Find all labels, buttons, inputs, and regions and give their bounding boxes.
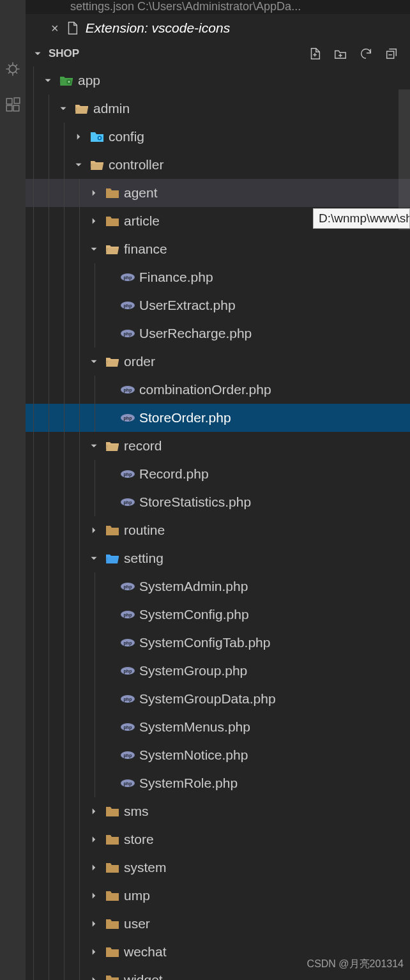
tree-file-storeorder-php[interactable]: phpStoreOrder.php [26, 404, 410, 432]
svg-text:php: php [124, 669, 132, 674]
tree-folder-admin[interactable]: admin [26, 95, 410, 123]
tree-folder-system[interactable]: system [26, 854, 410, 882]
tree-item-label: SystemNotice.php [139, 747, 248, 763]
tree-folder-config[interactable]: config [26, 123, 410, 151]
svg-text:php: php [124, 725, 132, 730]
twistie-spacer [102, 748, 116, 762]
tree-file-finance-php[interactable]: phpFinance.php [26, 263, 410, 291]
folder-icon [89, 129, 105, 144]
tree-file-combinationorder-php[interactable]: phpcombinationOrder.php [26, 376, 410, 404]
tree-folder-user[interactable]: user [26, 910, 410, 938]
refresh-icon[interactable] [359, 47, 373, 61]
collapse-all-icon[interactable] [384, 47, 399, 61]
chevron-right-icon[interactable] [87, 889, 101, 903]
new-folder-icon[interactable] [333, 47, 347, 61]
chevron-right-icon[interactable] [87, 804, 101, 818]
chevron-right-icon[interactable] [87, 523, 101, 537]
svg-text:php: php [124, 303, 132, 309]
folder-icon [105, 832, 120, 847]
chevron-right-icon[interactable] [87, 945, 101, 959]
folder-open-icon [105, 438, 120, 454]
tree-folder-record[interactable]: record [26, 432, 410, 460]
section-header[interactable]: SHOP [26, 42, 410, 65]
tree-folder-routine[interactable]: routine [26, 516, 410, 544]
tree-file-systemgroup-php[interactable]: phpSystemGroup.php [26, 657, 410, 685]
chevron-right-icon[interactable] [87, 832, 101, 846]
watermark: CSDN @月亮201314 [307, 958, 404, 971]
tree-file-systemgroupdata-php[interactable]: phpSystemGroupData.php [26, 685, 410, 713]
php-file-icon: php [120, 663, 135, 678]
tree-file-systemmenus-php[interactable]: phpSystemMenus.php [26, 713, 410, 741]
svg-text:php: php [124, 641, 132, 646]
tree-item-label: SystemAdmin.php [139, 579, 248, 594]
twistie-spacer [102, 411, 116, 425]
tree-folder-agent[interactable]: agent [26, 179, 410, 207]
close-tab-icon[interactable]: × [51, 21, 59, 36]
tree-item-label: order [124, 354, 155, 369]
tree-item-label: Finance.php [139, 270, 213, 285]
tree-folder-store[interactable]: store [26, 825, 410, 854]
tree-file-userextract-php[interactable]: phpUserExtract.php [26, 291, 410, 319]
svg-text:php: php [124, 332, 132, 337]
chevron-down-icon[interactable] [87, 439, 101, 453]
twistie-spacer [102, 636, 116, 650]
tree-file-systemrole-php[interactable]: phpSystemRole.php [26, 769, 410, 797]
chevron-right-icon[interactable] [87, 973, 101, 980]
tree-item-label: StoreOrder.php [139, 410, 231, 425]
svg-text:php: php [124, 697, 132, 702]
tree-item-label: wechat [124, 944, 167, 960]
chevron-right-icon[interactable] [87, 917, 101, 931]
twistie-spacer [102, 664, 116, 678]
activity-extensions-icon[interactable] [0, 87, 26, 123]
tree-folder-finance[interactable]: finance [26, 235, 410, 263]
tree-file-record-php[interactable]: phpRecord.php [26, 460, 410, 488]
folder-icon [105, 916, 120, 931]
tree-item-label: store [124, 832, 154, 847]
chevron-right-icon[interactable] [87, 186, 101, 200]
chevron-right-icon[interactable] [87, 861, 101, 875]
folder-open-icon [105, 241, 120, 257]
tree-item-label: system [124, 860, 167, 875]
svg-text:php: php [124, 613, 132, 618]
php-file-icon: php [120, 635, 135, 650]
tree-folder-controller[interactable]: controller [26, 151, 410, 179]
chevron-down-icon[interactable] [87, 242, 101, 256]
twistie-spacer [102, 579, 116, 593]
chevron-down-icon[interactable] [56, 102, 70, 116]
twistie-spacer [102, 495, 116, 509]
tree-folder-setting[interactable]: setting [26, 544, 410, 572]
tree-file-systemnotice-php[interactable]: phpSystemNotice.php [26, 741, 410, 769]
tree-file-userrecharge-php[interactable]: phpUserRecharge.php [26, 319, 410, 348]
new-file-icon[interactable] [308, 47, 322, 61]
tree-item-label: SystemMenus.php [139, 719, 250, 735]
folder-open-icon [89, 157, 105, 172]
tree-file-systemadmin-php[interactable]: phpSystemAdmin.php [26, 572, 410, 601]
chevron-right-icon[interactable] [87, 214, 101, 228]
chevron-down-icon[interactable] [72, 158, 86, 172]
php-file-icon: php [120, 466, 135, 482]
php-file-icon: php [120, 719, 135, 735]
tree-folder-sms[interactable]: sms [26, 797, 410, 825]
tree-item-label: ump [124, 888, 150, 903]
folder-icon [105, 804, 120, 819]
tree-item-label: SystemRole.php [139, 776, 238, 791]
chevron-down-icon[interactable] [41, 73, 55, 88]
tree-folder-ump[interactable]: ump [26, 882, 410, 910]
tree-folder-app[interactable]: app [26, 66, 410, 95]
twistie-spacer [102, 608, 116, 622]
tree-file-systemconfigtab-php[interactable]: phpSystemConfigTab.php [26, 629, 410, 657]
chevron-down-icon[interactable] [87, 355, 101, 369]
tree-file-storestatistics-php[interactable]: phpStoreStatistics.php [26, 488, 410, 516]
tree-item-label: Record.php [139, 466, 209, 482]
tab-label[interactable]: Extension: vscode-icons [86, 20, 230, 36]
twistie-spacer [102, 298, 116, 312]
chevron-right-icon[interactable] [72, 130, 86, 144]
chevron-down-icon[interactable] [87, 551, 101, 565]
folder-icon [105, 944, 120, 960]
activity-debug-icon[interactable] [0, 51, 26, 87]
tree-file-systemconfig-php[interactable]: phpSystemConfig.php [26, 601, 410, 629]
tree-item-label: StoreStatistics.php [139, 494, 251, 510]
explorer-panel: SHOP appadminconfigcontrolleragentarticl… [26, 42, 410, 980]
tree-folder-order[interactable]: order [26, 348, 410, 376]
tree-item-label: SystemConfig.php [139, 607, 249, 622]
